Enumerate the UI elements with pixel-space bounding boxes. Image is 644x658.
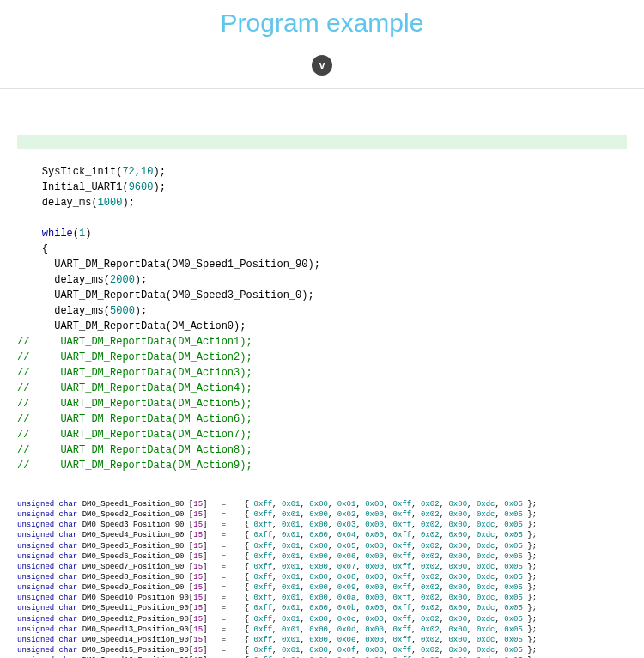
array-definitions: unsigned char DM0_Speed1_Position_90 [15… [17,499,627,658]
comment-line: // UART_DM_ReportData(DM_Action6); [17,413,252,425]
comment-line: // UART_DM_ReportData(DM_Action8); [17,444,252,456]
array-line: unsigned char DM0_Speed3_Position_90 [15… [17,520,627,530]
array-line: unsigned char DM0_Speed12_Position_90[15… [17,614,627,624]
array-line: unsigned char DM0_Speed4_Position_90 [15… [17,530,627,540]
code-line: while(1) [17,228,91,240]
array-line: unsigned char DM0_Speed1_Position_90 [15… [17,499,627,509]
comment-line: // UART_DM_ReportData(DM_Action3); [17,367,252,379]
code-snippet: SysTick_init(72,10); Initial_UART1(9600)… [17,119,627,489]
page-title: Program example [0,9,644,38]
code-line: delay_ms(5000); [17,305,147,317]
code-line: UART_DM_ReportData(DM0_Speed1_Position_9… [17,259,320,271]
array-line: unsigned char DM0_Speed13_Position_90[15… [17,624,627,635]
code-line: UART_DM_ReportData(DM0_Speed3_Position_0… [17,289,314,302]
array-line: unsigned char DM0_Speed5_Position_90 [15… [17,541,627,551]
content-area: SysTick_init(72,10); Initial_UART1(9600)… [0,89,644,658]
array-line: unsigned char DM0_Speed10_Position_90[15… [17,593,627,603]
comment-line: // UART_DM_ReportData(DM_Action9); [17,460,252,472]
code-line: UART_DM_ReportData(DM_Action0); [17,320,246,332]
code-line: delay_ms(2000); [17,274,147,286]
code-line: SysTick_init(72,10); [17,166,166,178]
array-line: unsigned char DM0_Speed15_Position_90[15… [17,645,627,655]
array-line: unsigned char DM0_Speed9_Position_90 [15… [17,582,627,593]
code-line: delay_ms(1000); [17,197,135,209]
array-line: unsigned char DM0_Speed6_Position_90 [15… [17,551,627,562]
array-line: unsigned char DM0_Speed14_Position_90[15… [17,635,627,645]
highlighted-line [17,135,627,149]
comment-line: // UART_DM_ReportData(DM_Action5); [17,398,252,410]
version-badge: v [312,55,332,76]
page-header: Program example v [0,0,644,89]
comment-line: // UART_DM_ReportData(DM_Action4); [17,382,252,394]
comment-line: // UART_DM_ReportData(DM_Action7); [17,429,252,441]
code-line: Initial_UART1(9600); [17,181,166,193]
code-line: { [17,243,48,255]
array-line: unsigned char DM0_Speed11_Position_90[15… [17,603,627,613]
array-line: unsigned char DM0_Speed7_Position_90 [15… [17,562,627,572]
comment-line: // UART_DM_ReportData(DM_Action2); [17,351,252,363]
array-line: unsigned char DM0_Speed2_Position_90 [15… [17,509,627,520]
array-line: unsigned char DM0_Speed8_Position_90 [15… [17,572,627,582]
comment-line: // UART_DM_ReportData(DM_Action1); [17,336,252,348]
